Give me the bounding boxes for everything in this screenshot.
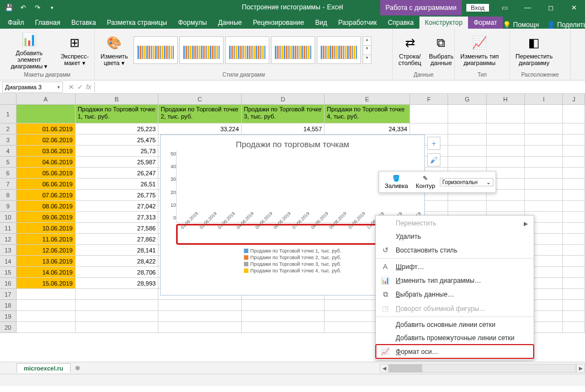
group-label-type: Тип [458,71,506,79]
tab-formulas[interactable]: Формулы [173,17,212,29]
chart-style-thumb[interactable] [179,36,224,64]
tab-developer[interactable]: Разработчик [333,17,382,29]
minimize-icon[interactable]: — [517,0,539,15]
col-header[interactable]: H [487,94,525,104]
y-axis[interactable]: 50403020100 [165,151,176,223]
chevron-down-icon[interactable]: ▾ [57,84,60,90]
move-chart-icon: ◧ [525,34,543,52]
scroll-left-button[interactable]: ◀ [380,364,389,373]
tab-view[interactable]: Вид [310,17,333,29]
col-header[interactable]: J [563,94,585,104]
tab-data[interactable]: Данные [212,17,247,29]
col-header[interactable]: E [325,94,410,104]
help-button[interactable]: 💡Помощн [503,21,539,29]
col-header[interactable]: B [76,94,159,104]
context-menu-item[interactable]: Добавить основные линии сетки [376,318,534,331]
col-header[interactable]: D [242,94,325,104]
maximize-icon[interactable]: ◻ [540,0,562,15]
tab-format[interactable]: Формат [468,17,503,29]
context-menu-item[interactable]: 📊Изменить тип диаграммы… [376,273,534,287]
app-name: Excel [327,3,343,11]
quick-access-toolbar: 💾 ↶ ↷ ▾ [0,1,59,14]
close-icon[interactable]: ✕ [563,0,585,15]
change-chart-type-button[interactable]: 📈Изменить тип диаграммы [458,33,501,67]
col-header[interactable]: F [410,94,448,104]
accept-fx-icon[interactable]: ✓ [77,83,83,91]
chart-style-thumb[interactable] [271,36,315,64]
formula-input[interactable] [94,82,585,93]
doc-name: Построение гистограммы [242,3,320,11]
switch-icon: ⇄ [401,34,419,52]
gallery-scroll[interactable]: ▴▾▾ [363,36,371,64]
scroll-right-button[interactable]: ▶ [576,364,585,373]
quick-layout-button[interactable]: ⊞Экспресс- макет ▾ [59,33,91,67]
outline-button[interactable]: ✎Контур [412,174,438,190]
ribbon-options-icon[interactable]: ▭ [493,0,515,15]
colors-icon: 🎨 [105,34,123,52]
switch-row-column-button[interactable]: ⇄Строка/ столбец [396,33,423,67]
chart-tools-tab-title: Работа с диаграммами [380,0,462,15]
context-menu-item: Переместить▶ [376,217,534,230]
chart-style-thumb[interactable] [225,36,269,64]
group-label-location: Расположение [513,71,567,79]
mini-toolbar: 🪣Заливка ✎Контур Горизонтальн⌄ [379,171,496,193]
status-bar [0,374,585,386]
select-data-button[interactable]: ⧉Выбрать данные [427,33,455,67]
spreadsheet-grid[interactable]: A B C D E F G H I J 1Продажи по Торговой… [0,94,585,362]
fill-button[interactable]: 🪣Заливка [381,174,411,190]
formula-bar: Диаграмма 3▾ ✕ ✓ fx [0,80,585,94]
login-button[interactable]: Вход [466,4,489,12]
tab-insert[interactable]: Вставка [66,17,102,29]
tab-review[interactable]: Рецензирование [247,17,310,29]
group-label-data: Данные [396,71,451,79]
share-button[interactable]: 👤Поделиться [547,21,585,29]
add-sheet-button[interactable]: ⊕ [71,364,84,372]
name-box[interactable]: Диаграмма 3▾ [2,82,63,93]
save-icon[interactable]: 💾 [2,1,15,14]
sheet-tab[interactable]: microexcel.ru [17,363,71,373]
axis-selector[interactable]: Горизонтальн⌄ [440,178,494,186]
col-header[interactable]: I [525,94,563,104]
change-colors-button[interactable]: 🎨Изменить цвета ▾ [98,33,130,67]
context-menu-item[interactable]: Удалить [376,230,534,243]
context-menu-item: ◳Поворот объемной фигуры… [376,302,534,315]
tab-help[interactable]: Справка [382,17,419,29]
context-menu-item[interactable]: ↺Восстановить стиль [376,243,534,257]
chevron-down-icon: ⌄ [486,179,491,185]
col-header[interactable]: G [448,94,486,104]
tab-file[interactable]: Файл [2,17,30,29]
chart-styles-gallery[interactable]: ▴▾▾ [134,36,371,64]
context-menu-item[interactable]: ⧉Выбрать данные… [376,287,534,302]
context-menu: Переместить▶Удалить↺Восстановить стильAШ… [375,215,534,360]
context-menu-item[interactable]: 📈Формат оси… [376,345,534,358]
chart-element-icon: 📊 [20,31,38,49]
chart-type-icon: 📈 [471,34,488,52]
chart-plus-button[interactable]: + [427,137,440,150]
chart-style-thumb[interactable] [317,36,361,64]
tab-design[interactable]: Конструктор [419,17,468,29]
tab-page-layout[interactable]: Разметка страницы [102,17,173,29]
select-all-corner[interactable] [0,94,17,104]
window-title: Построение гистограммы - Excel [242,3,343,11]
undo-icon[interactable]: ↶ [17,1,30,14]
cancel-fx-icon[interactable]: ✕ [68,83,74,91]
horizontal-scrollbar[interactable] [389,364,576,373]
tab-home[interactable]: Главная [30,17,66,29]
qat-customize-icon[interactable]: ▾ [45,1,59,14]
chart-brush-button[interactable]: 🖌 [427,153,440,167]
col-header[interactable]: A [17,94,76,104]
group-label-layouts: Макеты диаграмм [3,71,91,79]
context-menu-item[interactable]: Добавить промежуточные линии сетки [376,331,534,345]
col-header[interactable]: C [158,94,242,104]
chart-style-thumb[interactable] [134,36,178,64]
titlebar: 💾 ↶ ↷ ▾ Построение гистограммы - Excel Р… [0,0,585,15]
chart-side-buttons: + 🖌 [427,137,440,167]
move-chart-button[interactable]: ◧Переместить диаграмму [513,33,555,67]
add-chart-element-button[interactable]: 📊Добавить элемент диаграммы ▾ [3,30,55,71]
ribbon-tabs: Файл Главная Вставка Разметка страницы Ф… [0,15,585,29]
context-menu-item[interactable]: AШрифт… [376,260,534,273]
chart-title[interactable]: Продажи по торговым точкам [161,135,424,151]
redo-icon[interactable]: ↷ [31,1,44,14]
fx-icon[interactable]: fx [86,83,91,91]
select-data-icon: ⧉ [432,34,450,52]
